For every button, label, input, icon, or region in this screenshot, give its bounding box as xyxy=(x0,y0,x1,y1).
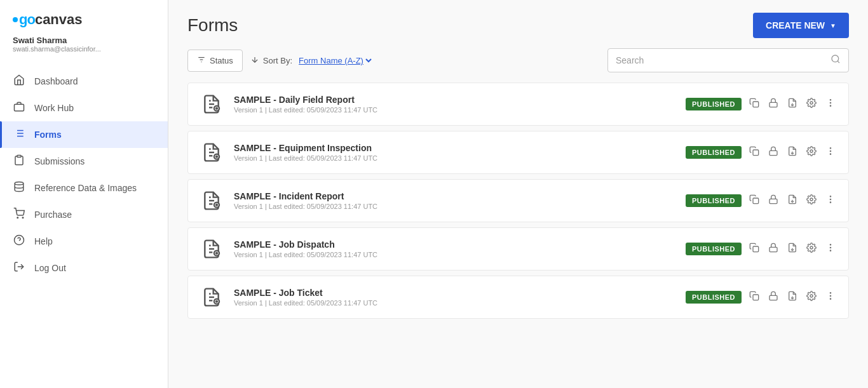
sidebar-item-submissions[interactable]: Submissions xyxy=(0,148,168,175)
cart-icon xyxy=(13,208,25,222)
download-icon[interactable] xyxy=(786,241,799,257)
forms-list: SAMPLE - Daily Field Report Version 1 | … xyxy=(168,83,868,388)
form-actions: PUBLISHED xyxy=(686,290,837,305)
more-options-icon[interactable] xyxy=(824,290,837,305)
form-meta: Version 1 | Last edited: 05/09/2023 11:4… xyxy=(234,299,675,307)
form-info: SAMPLE - Job Ticket Version 1 | Last edi… xyxy=(234,288,675,307)
form-info: SAMPLE - Daily Field Report Version 1 | … xyxy=(234,95,675,114)
database-icon xyxy=(13,181,25,195)
search-input[interactable] xyxy=(616,55,825,65)
svg-rect-0 xyxy=(15,104,24,111)
sidebar-item-label: Forms xyxy=(34,130,62,140)
copy-icon[interactable] xyxy=(748,290,761,305)
svg-point-18 xyxy=(832,55,839,62)
form-name: SAMPLE - Daily Field Report xyxy=(234,95,675,105)
sidebar-scroll: Dashboard Work Hub Forms Submission xyxy=(0,63,168,388)
lock-icon[interactable] xyxy=(767,193,780,208)
user-info: Swati Sharma swati.sharma@classicinfor..… xyxy=(0,36,168,63)
chevron-down-icon: ▼ xyxy=(830,22,836,29)
svg-rect-52 xyxy=(753,198,759,204)
briefcase-icon xyxy=(13,101,25,115)
svg-rect-53 xyxy=(770,199,777,203)
svg-rect-79 xyxy=(770,295,777,300)
create-new-label: CREATE NEW xyxy=(766,20,825,30)
sidebar-item-forms[interactable]: Forms xyxy=(0,121,168,148)
sidebar-item-reference-data[interactable]: Reference Data & Images xyxy=(0,175,168,201)
svg-point-9 xyxy=(17,217,18,218)
form-item-icon xyxy=(200,237,224,261)
svg-point-30 xyxy=(830,100,831,100)
svg-line-19 xyxy=(837,61,839,63)
download-icon[interactable] xyxy=(786,193,799,208)
search-box xyxy=(607,48,849,72)
sidebar-item-label: Dashboard xyxy=(34,76,78,86)
settings-icon[interactable] xyxy=(805,241,818,257)
logo-go: go xyxy=(19,11,35,28)
download-icon[interactable] xyxy=(786,290,799,305)
sidebar-item-dashboard[interactable]: Dashboard xyxy=(0,68,168,95)
sidebar: go canvas Swati Sharma swati.sharma@clas… xyxy=(0,0,168,388)
svg-point-56 xyxy=(830,196,831,197)
svg-point-44 xyxy=(830,151,831,151)
sidebar-item-purchase[interactable]: Purchase xyxy=(0,201,168,228)
more-options-icon[interactable] xyxy=(824,145,837,160)
settings-icon[interactable] xyxy=(805,97,818,112)
svg-point-84 xyxy=(830,298,831,299)
svg-point-32 xyxy=(830,105,831,106)
help-icon xyxy=(13,234,25,248)
sort-select[interactable]: Form Name (A-Z) Form Name (Z-A) Last Edi… xyxy=(296,55,374,66)
user-name: Swati Sharma xyxy=(13,36,155,45)
sidebar-item-help[interactable]: Help xyxy=(0,228,168,255)
settings-icon[interactable] xyxy=(805,290,818,305)
published-badge: PUBLISHED xyxy=(686,98,742,110)
active-indicator xyxy=(0,121,2,148)
main-header: Forms CREATE NEW ▼ xyxy=(168,0,868,48)
logo-dot xyxy=(13,17,18,22)
sidebar-item-work-hub[interactable]: Work Hub xyxy=(0,95,168,121)
form-item-icon xyxy=(200,189,224,213)
copy-icon[interactable] xyxy=(748,97,761,112)
form-item: SAMPLE - Daily Field Report Version 1 | … xyxy=(187,83,849,126)
svg-point-82 xyxy=(830,293,831,293)
sidebar-item-label: Log Out xyxy=(34,263,66,273)
copy-icon[interactable] xyxy=(748,193,761,208)
form-item: SAMPLE - Incident Report Version 1 | Las… xyxy=(187,179,849,222)
copy-icon[interactable] xyxy=(748,241,761,257)
lock-icon[interactable] xyxy=(767,290,780,305)
lock-icon[interactable] xyxy=(767,97,780,112)
form-item-icon xyxy=(200,285,224,309)
form-info: SAMPLE - Equipment Inspection Version 1 … xyxy=(234,143,675,162)
settings-icon[interactable] xyxy=(805,193,818,208)
lock-icon[interactable] xyxy=(767,145,780,160)
more-options-icon[interactable] xyxy=(824,241,837,257)
copy-icon[interactable] xyxy=(748,145,761,160)
svg-rect-7 xyxy=(17,156,21,157)
form-meta: Version 1 | Last edited: 05/09/2023 11:4… xyxy=(234,154,675,162)
form-actions: PUBLISHED xyxy=(686,193,837,208)
sidebar-item-logout[interactable]: Log Out xyxy=(0,255,168,281)
svg-point-10 xyxy=(22,217,24,218)
forms-icon xyxy=(13,128,25,142)
form-info: SAMPLE - Incident Report Version 1 | Las… xyxy=(234,191,675,210)
download-icon[interactable] xyxy=(786,145,799,160)
settings-icon[interactable] xyxy=(805,145,818,160)
toolbar: Status Sort By: Form Name (A-Z) Form Nam… xyxy=(168,48,868,83)
more-options-icon[interactable] xyxy=(824,97,837,112)
svg-rect-40 xyxy=(770,151,777,155)
create-new-button[interactable]: CREATE NEW ▼ xyxy=(753,13,849,38)
home-icon xyxy=(13,74,25,88)
lock-icon[interactable] xyxy=(767,241,780,257)
form-actions: PUBLISHED xyxy=(686,97,837,112)
form-name: SAMPLE - Incident Report xyxy=(234,191,675,201)
logo-canvas: canvas xyxy=(35,11,83,28)
form-item-icon xyxy=(200,140,224,164)
form-meta: Version 1 | Last edited: 05/09/2023 11:4… xyxy=(234,106,675,114)
form-name: SAMPLE - Job Ticket xyxy=(234,288,675,298)
more-options-icon[interactable] xyxy=(824,193,837,208)
form-item: SAMPLE - Job Ticket Version 1 | Last edi… xyxy=(187,276,849,319)
sort-container: Sort By: Form Name (A-Z) Form Name (Z-A)… xyxy=(250,55,374,66)
sidebar-item-label: Work Hub xyxy=(34,103,74,113)
form-meta: Version 1 | Last edited: 05/09/2023 11:4… xyxy=(234,251,675,258)
status-filter-button[interactable]: Status xyxy=(187,50,243,72)
download-icon[interactable] xyxy=(786,97,799,112)
